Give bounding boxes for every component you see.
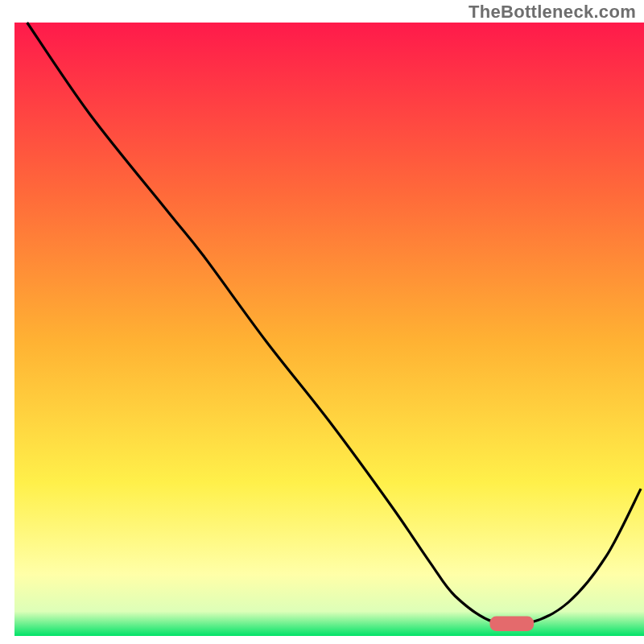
chart-stage: TheBottleneck.com [0, 0, 644, 644]
bottleneck-chart [0, 0, 644, 644]
optimum-marker [489, 617, 534, 631]
gradient-background [14, 23, 644, 636]
